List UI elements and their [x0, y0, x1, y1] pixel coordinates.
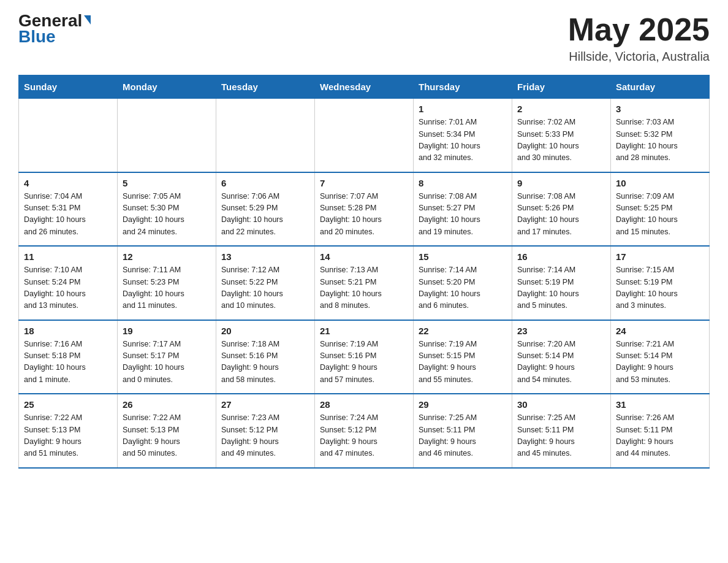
day-number: 21: [320, 326, 408, 336]
day-info: Sunrise: 7:25 AMSunset: 5:11 PMDaylight:…: [419, 412, 507, 460]
calendar-cell: 3Sunrise: 7:03 AMSunset: 5:32 PMDaylight…: [611, 99, 710, 172]
day-info: Sunrise: 7:10 AMSunset: 5:24 PMDaylight:…: [24, 264, 112, 312]
calendar-cell: [19, 99, 118, 172]
day-info: Sunrise: 7:08 AMSunset: 5:26 PMDaylight:…: [517, 191, 605, 239]
calendar-cell: 2Sunrise: 7:02 AMSunset: 5:33 PMDaylight…: [512, 99, 611, 172]
calendar-cell: [118, 99, 216, 172]
day-number: 2: [517, 104, 605, 114]
day-number: 15: [419, 251, 507, 262]
day-number: 26: [123, 399, 211, 410]
logo: General Blue: [18, 12, 91, 45]
day-info: Sunrise: 7:07 AMSunset: 5:28 PMDaylight:…: [320, 191, 408, 239]
day-info: Sunrise: 7:13 AMSunset: 5:21 PMDaylight:…: [320, 264, 408, 312]
calendar-cell: [216, 99, 315, 172]
day-info: Sunrise: 7:18 AMSunset: 5:16 PMDaylight:…: [221, 339, 309, 386]
day-info: Sunrise: 7:19 AMSunset: 5:15 PMDaylight:…: [419, 339, 507, 386]
day-number: 12: [123, 251, 211, 262]
weekday-header-thursday: Thursday: [414, 75, 512, 99]
day-info: Sunrise: 7:25 AMSunset: 5:11 PMDaylight:…: [517, 412, 605, 460]
calendar-cell: 8Sunrise: 7:08 AMSunset: 5:27 PMDaylight…: [414, 172, 512, 247]
calendar-cell: [315, 99, 414, 172]
calendar-cell: 18Sunrise: 7:16 AMSunset: 5:18 PMDayligh…: [19, 320, 118, 394]
calendar-location: Hillside, Victoria, Australia: [568, 50, 710, 64]
logo-triangle-icon: [84, 15, 91, 25]
day-number: 18: [24, 326, 112, 336]
week-row-3: 11Sunrise: 7:10 AMSunset: 5:24 PMDayligh…: [19, 246, 710, 320]
calendar-cell: 7Sunrise: 7:07 AMSunset: 5:28 PMDaylight…: [315, 172, 414, 247]
day-number: 11: [24, 251, 112, 262]
week-row-1: 1Sunrise: 7:01 AMSunset: 5:34 PMDaylight…: [19, 99, 710, 172]
day-number: 22: [419, 326, 507, 336]
weekday-header-friday: Friday: [512, 75, 611, 99]
day-info: Sunrise: 7:22 AMSunset: 5:13 PMDaylight:…: [123, 412, 211, 460]
calendar-cell: 25Sunrise: 7:22 AMSunset: 5:13 PMDayligh…: [19, 394, 118, 468]
week-row-4: 18Sunrise: 7:16 AMSunset: 5:18 PMDayligh…: [19, 320, 710, 394]
day-info: Sunrise: 7:23 AMSunset: 5:12 PMDaylight:…: [221, 412, 309, 460]
calendar-cell: 20Sunrise: 7:18 AMSunset: 5:16 PMDayligh…: [216, 320, 315, 394]
day-info: Sunrise: 7:14 AMSunset: 5:19 PMDaylight:…: [517, 264, 605, 312]
week-row-2: 4Sunrise: 7:04 AMSunset: 5:31 PMDaylight…: [19, 172, 710, 247]
day-number: 24: [616, 326, 704, 336]
day-number: 10: [616, 178, 704, 188]
day-info: Sunrise: 7:05 AMSunset: 5:30 PMDaylight:…: [123, 191, 211, 239]
day-info: Sunrise: 7:11 AMSunset: 5:23 PMDaylight:…: [123, 264, 211, 312]
calendar-title: May 2025: [568, 12, 710, 47]
calendar-cell: 4Sunrise: 7:04 AMSunset: 5:31 PMDaylight…: [19, 172, 118, 247]
day-number: 13: [221, 251, 309, 262]
day-info: Sunrise: 7:08 AMSunset: 5:27 PMDaylight:…: [419, 191, 507, 239]
calendar-cell: 14Sunrise: 7:13 AMSunset: 5:21 PMDayligh…: [315, 246, 414, 320]
calendar-cell: 26Sunrise: 7:22 AMSunset: 5:13 PMDayligh…: [118, 394, 216, 468]
day-number: 9: [517, 178, 605, 188]
calendar-table: SundayMondayTuesdayWednesdayThursdayFrid…: [18, 75, 710, 469]
calendar-cell: 29Sunrise: 7:25 AMSunset: 5:11 PMDayligh…: [414, 394, 512, 468]
day-number: 23: [517, 326, 605, 336]
day-info: Sunrise: 7:26 AMSunset: 5:11 PMDaylight:…: [616, 412, 704, 460]
calendar-cell: 13Sunrise: 7:12 AMSunset: 5:22 PMDayligh…: [216, 246, 315, 320]
day-info: Sunrise: 7:02 AMSunset: 5:33 PMDaylight:…: [517, 117, 605, 164]
calendar-cell: 16Sunrise: 7:14 AMSunset: 5:19 PMDayligh…: [512, 246, 611, 320]
calendar-cell: 30Sunrise: 7:25 AMSunset: 5:11 PMDayligh…: [512, 394, 611, 468]
day-number: 5: [123, 178, 211, 188]
day-number: 1: [419, 104, 507, 114]
calendar-cell: 27Sunrise: 7:23 AMSunset: 5:12 PMDayligh…: [216, 394, 315, 468]
calendar-cell: 1Sunrise: 7:01 AMSunset: 5:34 PMDaylight…: [414, 99, 512, 172]
day-info: Sunrise: 7:14 AMSunset: 5:20 PMDaylight:…: [419, 264, 507, 312]
calendar-cell: 21Sunrise: 7:19 AMSunset: 5:16 PMDayligh…: [315, 320, 414, 394]
calendar-cell: 28Sunrise: 7:24 AMSunset: 5:12 PMDayligh…: [315, 394, 414, 468]
weekday-header-sunday: Sunday: [19, 75, 118, 99]
day-number: 17: [616, 251, 704, 262]
calendar-cell: 24Sunrise: 7:21 AMSunset: 5:14 PMDayligh…: [611, 320, 710, 394]
calendar-cell: 31Sunrise: 7:26 AMSunset: 5:11 PMDayligh…: [611, 394, 710, 468]
day-number: 14: [320, 251, 408, 262]
day-info: Sunrise: 7:03 AMSunset: 5:32 PMDaylight:…: [616, 117, 704, 164]
day-number: 29: [419, 399, 507, 410]
day-info: Sunrise: 7:15 AMSunset: 5:19 PMDaylight:…: [616, 264, 704, 312]
calendar-cell: 15Sunrise: 7:14 AMSunset: 5:20 PMDayligh…: [414, 246, 512, 320]
day-info: Sunrise: 7:16 AMSunset: 5:18 PMDaylight:…: [24, 339, 112, 386]
day-info: Sunrise: 7:06 AMSunset: 5:29 PMDaylight:…: [221, 191, 309, 239]
day-number: 16: [517, 251, 605, 262]
calendar-cell: 12Sunrise: 7:11 AMSunset: 5:23 PMDayligh…: [118, 246, 216, 320]
day-info: Sunrise: 7:21 AMSunset: 5:14 PMDaylight:…: [616, 339, 704, 386]
day-info: Sunrise: 7:04 AMSunset: 5:31 PMDaylight:…: [24, 191, 112, 239]
day-info: Sunrise: 7:01 AMSunset: 5:34 PMDaylight:…: [419, 117, 507, 164]
weekday-header-saturday: Saturday: [611, 75, 710, 99]
day-number: 19: [123, 326, 211, 336]
calendar-cell: 17Sunrise: 7:15 AMSunset: 5:19 PMDayligh…: [611, 246, 710, 320]
day-info: Sunrise: 7:09 AMSunset: 5:25 PMDaylight:…: [616, 191, 704, 239]
day-number: 4: [24, 178, 112, 188]
day-number: 7: [320, 178, 408, 188]
day-info: Sunrise: 7:19 AMSunset: 5:16 PMDaylight:…: [320, 339, 408, 386]
calendar-cell: 6Sunrise: 7:06 AMSunset: 5:29 PMDaylight…: [216, 172, 315, 247]
calendar-cell: 5Sunrise: 7:05 AMSunset: 5:30 PMDaylight…: [118, 172, 216, 247]
day-number: 3: [616, 104, 704, 114]
calendar-cell: 10Sunrise: 7:09 AMSunset: 5:25 PMDayligh…: [611, 172, 710, 247]
week-row-5: 25Sunrise: 7:22 AMSunset: 5:13 PMDayligh…: [19, 394, 710, 468]
calendar-cell: 9Sunrise: 7:08 AMSunset: 5:26 PMDaylight…: [512, 172, 611, 247]
title-block: May 2025 Hillside, Victoria, Australia: [568, 12, 710, 64]
day-info: Sunrise: 7:12 AMSunset: 5:22 PMDaylight:…: [221, 264, 309, 312]
day-number: 25: [24, 399, 112, 410]
calendar-cell: 11Sunrise: 7:10 AMSunset: 5:24 PMDayligh…: [19, 246, 118, 320]
day-info: Sunrise: 7:24 AMSunset: 5:12 PMDaylight:…: [320, 412, 408, 460]
calendar-cell: 23Sunrise: 7:20 AMSunset: 5:14 PMDayligh…: [512, 320, 611, 394]
